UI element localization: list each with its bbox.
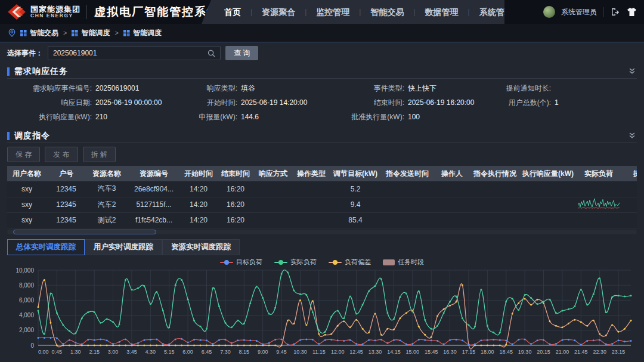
field-3: 事件类型:快上快下 (335, 81, 489, 95)
nav-item-4[interactable]: 智能交易 (361, 0, 413, 24)
table-cell (576, 197, 621, 212)
grid-icon (20, 30, 27, 36)
field-value: 填谷 (241, 83, 255, 94)
dispatch-button-1[interactable]: 保 存 (7, 147, 40, 162)
table-cell (434, 212, 470, 228)
dispatch-button-3[interactable]: 拆 解 (83, 147, 116, 162)
tab-1[interactable]: 总体实时调度跟踪 (7, 239, 85, 255)
nav-item-1[interactable]: 首页 (215, 0, 250, 24)
tab-2[interactable]: 用户实时调度跟踪 (85, 239, 162, 255)
svg-text:4,000: 4,000 (19, 312, 34, 318)
demand-response-title: 需求响应任务 (14, 66, 68, 77)
table-cell (621, 212, 637, 228)
field-label: 申报量(kW): (175, 112, 237, 122)
nav-item-5[interactable]: 数据管理 (416, 0, 468, 24)
nav-item-6[interactable]: 系统管理 (470, 0, 522, 24)
field-4: 提前通知时长: (489, 81, 637, 95)
table-cell (621, 181, 637, 197)
dispatch-section-header: 调度指令 (7, 129, 637, 143)
table-cell (292, 181, 330, 197)
field-12 (489, 110, 637, 124)
table-cell: sxy (7, 197, 47, 212)
table-cell (380, 181, 434, 197)
collapse-chevron-icon[interactable] (628, 66, 636, 77)
breadcrumb-separator: > (63, 29, 67, 36)
nav-item-3[interactable]: 监控管理 (306, 0, 359, 24)
table-row[interactable]: sxy12345测试2f1fc542cb...14:2016:2085.4 (7, 212, 637, 228)
table-cell (470, 181, 520, 197)
table-cell (292, 197, 330, 212)
column-header: 操作人 (434, 166, 470, 181)
nav-item-2[interactable]: 资源聚合 (252, 0, 305, 24)
legend-band-icon (383, 259, 395, 265)
breadcrumb-item-3[interactable]: 智能调度 (123, 28, 162, 38)
field-10: 申报量(kW):144.6 (175, 110, 335, 124)
field-label: 需求响应事件编号: (7, 83, 92, 94)
table-cell: 85.4 (330, 212, 380, 228)
legend-item[interactable]: 实际负荷 (274, 258, 317, 267)
dispatch-table-wrap: 用户名称户号资源名称资源编号开始时间结束时间响应方式操作类型调节目标(kW)指令… (7, 166, 637, 228)
search-icon[interactable] (208, 49, 215, 57)
legend-label: 实际负荷 (290, 258, 317, 267)
grid-icon (72, 30, 78, 36)
table-cell (520, 197, 576, 212)
svg-text:11:15: 11:15 (312, 349, 326, 355)
legend-item[interactable]: 负荷偏差 (329, 258, 371, 267)
table-horizontal-scrollbar[interactable] (7, 230, 637, 234)
event-id-field[interactable] (53, 49, 196, 57)
legend-item[interactable]: 目标负荷 (220, 258, 262, 267)
table-cell: f1fc542cb... (128, 212, 180, 228)
svg-text:7:30: 7:30 (220, 349, 231, 355)
main-chart[interactable]: 02,0004,0006,0008,00010,0000:000:451:302… (7, 267, 637, 358)
dispatch-button-2[interactable]: 发 布 (45, 147, 78, 162)
svg-text:8,000: 8,000 (19, 281, 34, 288)
event-filter-label: 选择事件： (7, 48, 43, 58)
svg-text:16:30: 16:30 (443, 349, 457, 355)
svg-text:19:30: 19:30 (518, 349, 532, 355)
app-title: 虚拟电厂智能管控系统 (94, 4, 219, 20)
table-cell (380, 197, 434, 212)
table-cell: 汽车2 (86, 197, 128, 212)
svg-text:0:00: 0:00 (38, 349, 49, 355)
logout-icon[interactable] (609, 7, 620, 17)
field-value: 20250619001 (95, 84, 139, 92)
breadcrumb-item-2[interactable]: 智能调度 (72, 28, 110, 38)
legend-item[interactable]: 任务时段 (383, 258, 424, 267)
field-label: 事件类型: (335, 83, 404, 94)
app-header: 国家能源集团 CHN ENERGY 虚拟电厂智能管控系统 首页|资源聚合|监控管… (0, 0, 644, 24)
table-cell (292, 212, 330, 228)
table-cell (470, 197, 520, 212)
theme-skin-icon[interactable] (626, 7, 637, 17)
field-2: 响应类型:填谷 (175, 81, 335, 95)
svg-text:9:00: 9:00 (258, 349, 268, 355)
table-cell: 测试2 (86, 212, 128, 228)
tab-3[interactable]: 资源实时调度跟踪 (162, 239, 240, 255)
query-button[interactable]: 查 询 (225, 46, 258, 60)
user-avatar[interactable] (543, 6, 555, 18)
collapse-chevron-icon[interactable] (628, 131, 636, 141)
main-nav: 首页|资源聚合|监控管理|智能交易|数据管理|系统管理 (202, 0, 504, 24)
breadcrumb-item-1[interactable]: 智能交易 (20, 28, 58, 38)
svg-text:6:00: 6:00 (182, 349, 193, 355)
event-filter-row: 选择事件： 查 询 (7, 45, 637, 61)
table-row[interactable]: sxy12345汽车326e8cf904...14:2016:205.2 (7, 181, 637, 197)
column-header: 执行 (621, 166, 637, 181)
legend-label: 任务时段 (398, 258, 424, 267)
column-header: 实际负荷 (576, 166, 621, 181)
section-accent-bar (7, 67, 10, 76)
svg-text:6,000: 6,000 (19, 296, 34, 303)
table-cell: sxy (7, 181, 47, 197)
table-cell: 12345 (47, 181, 86, 197)
field-value: 1 (555, 98, 559, 107)
svg-text:0: 0 (30, 342, 34, 348)
svg-text:5:15: 5:15 (164, 349, 175, 355)
legend-marker-icon (329, 259, 342, 265)
table-row[interactable]: sxy12345汽车25127115f...14:2016:209.4 (7, 197, 637, 212)
table-cell: 12345 (47, 197, 86, 212)
breadcrumb: 智能交易>智能调度>智能调度 (0, 24, 644, 42)
scrollbar-thumb[interactable] (13, 230, 156, 234)
event-select-input[interactable] (48, 46, 221, 60)
field-value: 210 (95, 113, 107, 121)
user-name[interactable]: 系统管理员 (561, 7, 597, 17)
table-cell (254, 212, 292, 228)
